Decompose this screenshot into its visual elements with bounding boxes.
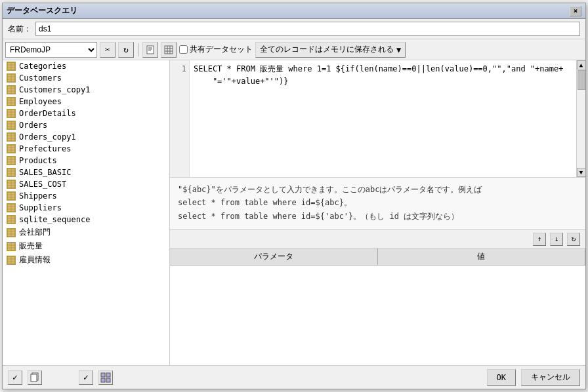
name-row: 名前： xyxy=(3,19,585,39)
move-down-button[interactable]: ↓ xyxy=(550,233,563,246)
hint-line3: select * from table where id=${'abc'}。（も… xyxy=(178,210,578,223)
hint-line2: select * from table where id=${abc}。 xyxy=(178,196,578,209)
scroll-up-arrow[interactable]: ▲ xyxy=(577,60,586,69)
table-list-item[interactable]: Prefectures xyxy=(3,143,169,155)
table-icon xyxy=(7,144,16,153)
hint-area: "${abc}"をパラメータとして入力できます。ここのabcはパラメータ名です。… xyxy=(170,178,585,230)
svg-rect-78 xyxy=(31,374,37,382)
svg-rect-0 xyxy=(147,46,154,54)
check-icon-2[interactable]: ✓ xyxy=(79,370,93,385)
table-list-item[interactable]: 会社部門 xyxy=(3,225,169,239)
main-window: データベースクエリ × 名前： FRDemoJP ✂ ↻ xyxy=(2,3,586,389)
vertical-scrollbar[interactable]: ▲ ▼ xyxy=(576,60,585,177)
tools-button[interactable]: ✂ xyxy=(100,42,116,58)
table-list-item[interactable]: SALES_COST xyxy=(3,178,169,190)
table-icon xyxy=(7,191,16,201)
table-icon xyxy=(7,73,16,83)
copy-icon[interactable] xyxy=(28,370,42,385)
grid-icon-2[interactable] xyxy=(98,370,113,385)
line-numbers: 1 xyxy=(170,60,190,177)
move-up-button[interactable]: ↑ xyxy=(533,233,546,246)
table-icon xyxy=(7,109,16,118)
right-panel: 1 SELECT * FROM 販売量 where 1=1 ${if(len(n… xyxy=(170,60,585,365)
table-name-label: 販売量 xyxy=(19,241,43,252)
name-label: 名前： xyxy=(8,24,32,35)
check-icon-1[interactable]: ✓ xyxy=(8,370,22,385)
table-list-item[interactable]: sqlite_sequence xyxy=(3,214,169,225)
table-list-item[interactable]: Products xyxy=(3,155,169,167)
table-name-label: sqlite_sequence xyxy=(19,215,90,224)
table-name-label: Customers_copy1 xyxy=(19,85,90,94)
table-name-label: Products xyxy=(19,156,57,165)
table-icon xyxy=(7,132,16,142)
table-name-label: 雇員情報 xyxy=(19,254,51,265)
table-name-label: Shippers xyxy=(19,191,57,201)
toolbar-separator xyxy=(138,43,138,56)
close-button[interactable]: × xyxy=(570,6,581,16)
cancel-button[interactable]: キャンセル xyxy=(521,369,580,386)
bottom-left: ✓ ✓ xyxy=(8,370,482,385)
table-icon xyxy=(7,121,16,130)
doc-button[interactable] xyxy=(142,42,158,58)
query-editor[interactable]: SELECT * FROM 販売量 where 1=1 ${if(len(nam… xyxy=(190,60,576,177)
table-name-label: 会社部門 xyxy=(19,227,51,238)
hint-line1: "${abc}"をパラメータとして入力できます。ここのabcはパラメータ名です。… xyxy=(178,183,578,196)
svg-rect-79 xyxy=(101,373,105,377)
refresh-button[interactable]: ↻ xyxy=(118,42,134,58)
table-name-label: Categories xyxy=(19,62,66,71)
grid-small-icon xyxy=(100,372,111,383)
svg-rect-81 xyxy=(101,378,105,382)
ok-button[interactable]: OK xyxy=(487,369,516,386)
title-bar: データベースクエリ × xyxy=(3,3,585,19)
bottom-bar: ✓ ✓ OK キャンセル xyxy=(3,365,585,389)
table-list-item[interactable]: Orders_copy1 xyxy=(3,131,169,143)
table-list-item[interactable]: Customers_copy1 xyxy=(3,84,169,96)
hint-actions: ↑ ↓ ↻ xyxy=(170,230,585,248)
table-icon xyxy=(7,203,16,212)
table-list: CategoriesCustomersCustomers_copy1Employ… xyxy=(3,60,170,365)
table-icon xyxy=(7,168,16,177)
scroll-down-arrow[interactable]: ▼ xyxy=(577,168,586,177)
params-col-name: パラメータ xyxy=(170,248,378,265)
table-list-item[interactable]: Shippers xyxy=(3,190,169,202)
copy-svg-icon xyxy=(30,372,40,383)
shared-dataset-checkbox-label[interactable]: 共有データセット xyxy=(179,44,253,55)
table-icon xyxy=(7,215,16,224)
table-icon xyxy=(7,97,16,106)
table-icon xyxy=(7,180,16,189)
table-list-item[interactable]: Categories xyxy=(3,60,169,72)
params-header: パラメータ 値 xyxy=(170,248,585,265)
table-name-label: Suppliers xyxy=(19,203,62,212)
bottom-right: OK キャンセル xyxy=(487,369,580,386)
database-select[interactable]: FRDemoJP xyxy=(5,42,97,58)
table-list-item[interactable]: OrderDetails xyxy=(3,108,169,119)
table-list-item[interactable]: Customers xyxy=(3,72,169,84)
table-list-item[interactable]: 雇員情報 xyxy=(3,253,169,267)
params-table: パラメータ 値 xyxy=(170,248,585,365)
toolbar: FRDemoJP ✂ ↻ 共有データセット 全て xyxy=(3,39,585,60)
svg-rect-82 xyxy=(106,378,110,382)
name-input[interactable] xyxy=(35,22,580,36)
table-list-item[interactable]: 販売量 xyxy=(3,239,169,253)
table-icon xyxy=(7,256,16,265)
table-list-item[interactable]: Employees xyxy=(3,96,169,108)
grid-button[interactable] xyxy=(161,42,177,58)
doc-icon xyxy=(146,45,155,54)
table-name-label: SALES_BASIC xyxy=(19,168,71,177)
table-icon xyxy=(7,62,16,71)
table-icon xyxy=(7,228,16,237)
table-list-item[interactable]: Suppliers xyxy=(3,202,169,214)
scroll-thumb[interactable] xyxy=(578,70,585,90)
window-title: データベースクエリ xyxy=(7,5,77,16)
table-list-item[interactable]: Orders xyxy=(3,119,169,131)
memory-dropdown[interactable]: 全てのレコードはメモリに保存される ▼ xyxy=(255,42,406,58)
table-list-item[interactable]: SALES_BASIC xyxy=(3,167,169,178)
table-icon xyxy=(7,156,16,165)
svg-rect-4 xyxy=(165,46,173,54)
table-icon xyxy=(7,242,16,251)
query-area: 1 SELECT * FROM 販売量 where 1=1 ${if(len(n… xyxy=(170,60,585,178)
table-icon xyxy=(7,85,16,94)
grid-icon xyxy=(164,45,173,54)
hint-refresh-button[interactable]: ↻ xyxy=(567,233,580,246)
shared-dataset-checkbox[interactable] xyxy=(179,45,188,54)
